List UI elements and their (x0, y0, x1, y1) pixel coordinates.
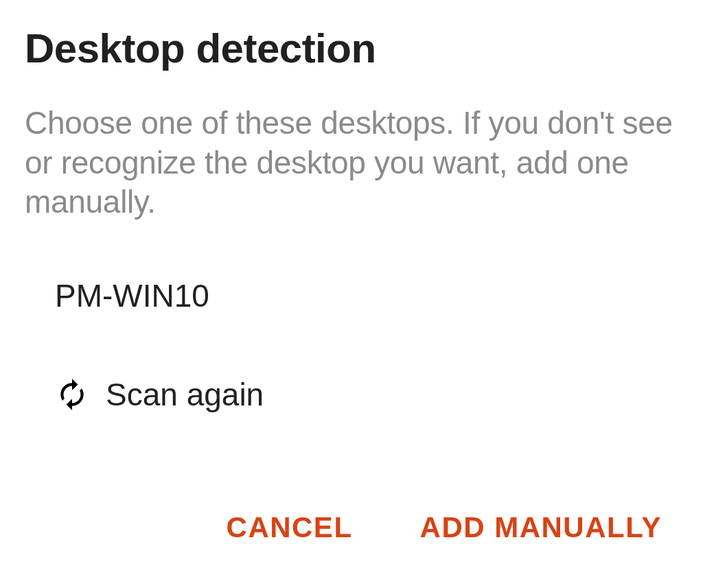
dialog-title: Desktop detection (25, 25, 678, 72)
desktop-name: PM-WIN10 (55, 278, 209, 314)
desktop-list-item[interactable]: PM-WIN10 (25, 277, 678, 314)
refresh-icon (55, 377, 89, 412)
cancel-button[interactable]: CANCEL (224, 506, 356, 550)
scan-again-label: Scan again (106, 376, 264, 413)
dialog-description: Choose one of these desktops. If you don… (25, 104, 678, 222)
add-manually-button[interactable]: ADD MANUALLY (417, 506, 665, 550)
dialog-actions: CANCEL ADD MANUALLY (25, 506, 678, 563)
scan-again-button[interactable]: Scan again (25, 376, 678, 413)
